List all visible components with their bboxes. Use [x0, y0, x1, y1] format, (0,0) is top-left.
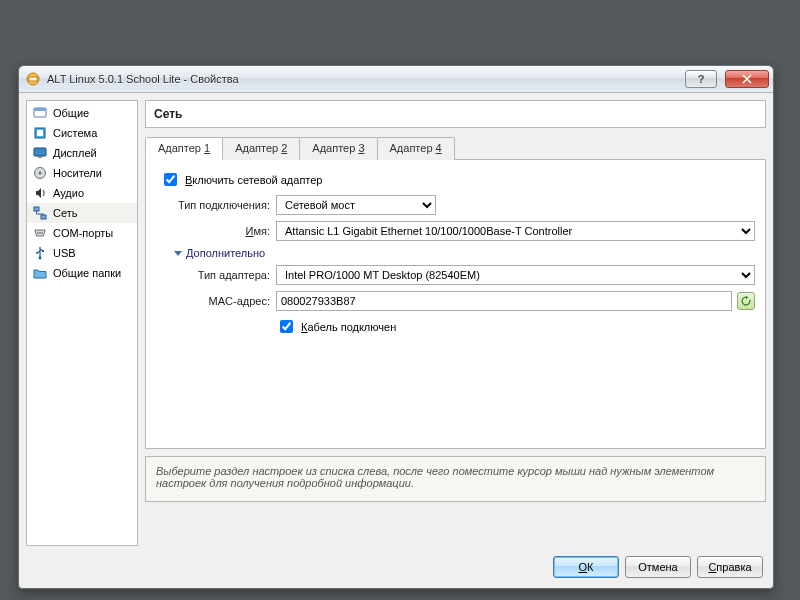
advanced-label: Дополнительно — [186, 247, 265, 259]
svg-rect-7 — [38, 156, 42, 158]
mac-refresh-button[interactable] — [737, 292, 755, 310]
titlebar-close-button[interactable] — [725, 70, 769, 88]
svg-point-9 — [39, 172, 42, 175]
network-icon — [33, 206, 47, 220]
svg-rect-6 — [34, 148, 46, 156]
tab-adapter-2[interactable]: Адаптер 2 — [222, 137, 300, 160]
titlebar[interactable]: ALT Linux 5.0.1 School Lite - Свойства — [19, 66, 773, 93]
display-icon — [33, 146, 47, 160]
cancel-button[interactable]: Отмена — [625, 556, 691, 578]
svg-point-13 — [39, 232, 41, 234]
name-select[interactable]: Attansic L1 Gigabit Ethernet 10/100/1000… — [276, 221, 755, 241]
titlebar-help-button[interactable] — [685, 70, 717, 88]
usb-icon — [33, 246, 47, 260]
audio-icon — [33, 186, 47, 200]
ok-button[interactable]: ОК — [553, 556, 619, 578]
help-button[interactable]: Справка — [697, 556, 763, 578]
serial-icon — [33, 226, 47, 240]
sidebar-item-label: Сеть — [53, 207, 77, 219]
sidebar-item-label: USB — [53, 247, 76, 259]
section-title: Сеть — [154, 107, 757, 121]
shared-folders-icon — [33, 266, 47, 280]
app-icon — [25, 71, 41, 87]
sidebar-item-система[interactable]: Система — [27, 123, 137, 143]
svg-rect-10 — [34, 207, 39, 211]
cable-connected-label: абель подключен — [307, 321, 396, 333]
sidebar-item-сеть[interactable]: Сеть — [27, 203, 137, 223]
storage-icon — [33, 166, 47, 180]
tab-adapter-3[interactable]: Адаптер 3 — [299, 137, 377, 160]
svg-rect-1 — [29, 77, 37, 81]
svg-point-14 — [41, 232, 43, 234]
sidebar-item-общие папки[interactable]: Общие папки — [27, 263, 137, 283]
mac-address-input[interactable] — [276, 291, 732, 311]
sidebar-item-label: COM-порты — [53, 227, 113, 239]
chevron-down-icon — [174, 251, 182, 256]
svg-point-15 — [39, 257, 42, 260]
sidebar-item-label: Общие папки — [53, 267, 121, 279]
name-label: мя: — [253, 225, 270, 237]
tab-adapter-4[interactable]: Адаптер 4 — [377, 137, 455, 160]
sidebar-item-label: Общие — [53, 107, 89, 119]
hint-panel: Выберите раздел настроек из списка слева… — [145, 456, 766, 502]
sidebar-item-label: Дисплей — [53, 147, 97, 159]
refresh-icon — [740, 295, 752, 307]
connection-type-label: Тип подключения: — [156, 199, 276, 211]
sidebar-item-label: Аудио — [53, 187, 84, 199]
svg-rect-5 — [37, 130, 43, 136]
main-panel: Сеть Адаптер 1Адаптер 2Адаптер 3Адаптер … — [145, 100, 766, 546]
connection-type-select[interactable]: Сетевой мост — [276, 195, 436, 215]
enable-adapter-checkbox[interactable]: Включить сетевой адаптер — [160, 170, 323, 189]
tab-panel-adapter-1: Включить сетевой адаптер Тип подключения… — [145, 159, 766, 449]
sidebar-item-usb[interactable]: USB — [27, 243, 137, 263]
sidebar-item-носители[interactable]: Носители — [27, 163, 137, 183]
settings-window: ALT Linux 5.0.1 School Lite - Свойства О… — [18, 65, 774, 589]
sidebar-item-аудио[interactable]: Аудио — [27, 183, 137, 203]
svg-rect-16 — [42, 250, 44, 252]
svg-point-17 — [36, 252, 38, 254]
sidebar-item-общие[interactable]: Общие — [27, 103, 137, 123]
system-icon — [33, 126, 47, 140]
adapter-type-select[interactable]: Intel PRO/1000 MT Desktop (82540EM) — [276, 265, 755, 285]
general-icon — [33, 106, 47, 120]
sidebar-item-дисплей[interactable]: Дисплей — [27, 143, 137, 163]
sidebar: ОбщиеСистемаДисплейНосителиАудиоСетьCOM-… — [26, 100, 138, 546]
svg-rect-11 — [41, 215, 46, 219]
mac-address-label: MAC-адрес: — [156, 295, 276, 307]
tab-adapter-1[interactable]: Адаптер 1 — [145, 137, 223, 160]
enable-adapter-label: ключить сетевой адаптер — [192, 174, 322, 186]
section-heading: Сеть — [145, 100, 766, 128]
dialog-buttons: ОК Отмена Справка — [19, 546, 773, 588]
svg-rect-3 — [34, 108, 46, 111]
tabs: Адаптер 1Адаптер 2Адаптер 3Адаптер 4 Вкл… — [145, 136, 766, 449]
cable-connected-checkbox[interactable]: Кабель подключен — [276, 317, 396, 336]
sidebar-item-label: Система — [53, 127, 97, 139]
window-title: ALT Linux 5.0.1 School Lite - Свойства — [47, 73, 677, 85]
svg-point-12 — [37, 232, 39, 234]
adapter-type-label: Тип адаптера: — [156, 269, 276, 281]
sidebar-item-label: Носители — [53, 167, 102, 179]
advanced-expander[interactable]: Дополнительно — [174, 247, 265, 259]
sidebar-item-com-порты[interactable]: COM-порты — [27, 223, 137, 243]
